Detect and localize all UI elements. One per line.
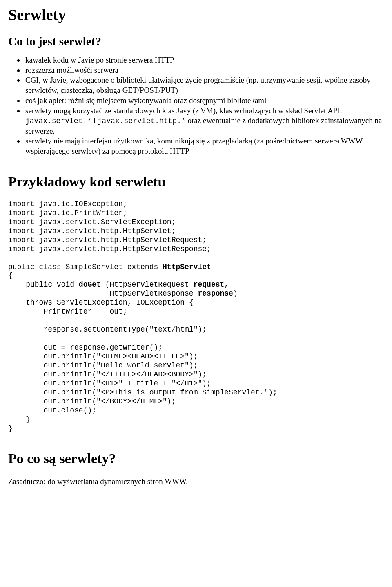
code-line: out.close(); <box>8 406 96 414</box>
code-fragment: , <box>224 280 229 289</box>
code-line: PrintWriter out; <box>8 307 127 316</box>
list-item: kawałek kodu w Javie po stronie serwera … <box>24 55 384 65</box>
code-line: import javax.servlet.http.HttpServlet; <box>8 227 176 235</box>
code-line: import javax.servlet.http.HttpServletRes… <box>8 245 211 253</box>
code-line: } <box>8 424 13 432</box>
bullet-list: kawałek kodu w Javie po stronie serwera … <box>13 55 384 157</box>
code-fragment-bold: HttpServlet <box>163 263 211 271</box>
paragraph: Zasadniczo: do wyświetlania dynamicznych… <box>8 477 384 487</box>
code-line: out.println("<HTML><HEAD><TITLE>"); <box>8 352 198 361</box>
code-fragment: public class SimpleServlet extends <box>8 263 163 271</box>
section-heading-example-code: Przykładowy kod serwletu <box>8 173 384 191</box>
list-item: rozszerza możliwośći serwera <box>24 65 384 76</box>
code-line: out = response.getWriter(); <box>8 343 163 352</box>
code-line: out.println("Hello world servlet"); <box>8 361 198 370</box>
code-line: public void doGet (HttpServletRequest re… <box>8 280 229 289</box>
code-line: import javax.servlet.http.HttpServletReq… <box>8 236 207 244</box>
code-line: out.println("<P>This is output from Simp… <box>8 388 277 397</box>
code-line: throws ServletException, IOException { <box>8 298 194 307</box>
code-line: out.println("</TITLE></HEAD><BODY>"); <box>8 370 207 379</box>
list-item: serwlety mogą korzystać ze standardowych… <box>24 106 384 137</box>
list-item: serwlety nie mają interfejsu użytkownika… <box>24 136 384 156</box>
list-item: CGI, w Javie, wzbogacone o biblioteki uł… <box>24 75 384 95</box>
code-fragment-bold: doGet <box>79 280 101 289</box>
code-line: HttpServletResponse response) <box>8 289 238 298</box>
code-fragment: public void <box>8 280 79 289</box>
code-fragment-bold: request <box>194 280 225 289</box>
text-fragment: serwlety mogą korzystać ze standardowych… <box>25 106 342 115</box>
code-fragment-bold: response <box>198 289 233 298</box>
code-inline: javax.servlet.* <box>25 117 91 125</box>
code-line: public class SimpleServlet extends HttpS… <box>8 263 211 271</box>
page-title: Serwlety <box>8 5 384 25</box>
section-heading-why-servlets: Po co są serwlety? <box>8 450 384 468</box>
code-block: import java.io.IOException; import java.… <box>8 200 384 433</box>
code-line: } <box>8 415 30 423</box>
code-inline: javax.servlet.http.* <box>98 117 186 125</box>
code-fragment: HttpServletResponse <box>8 289 198 298</box>
code-line: import java.io.PrintWriter; <box>8 209 127 217</box>
code-line: import java.io.IOException; <box>8 200 127 208</box>
list-item: coś jak aplet: różni się miejscem wykony… <box>24 96 384 106</box>
code-line: response.setContentType("text/html"); <box>8 325 207 334</box>
code-line: { <box>8 271 13 280</box>
code-fragment: (HttpServletRequest <box>101 280 194 289</box>
code-line: out.println("</BODY></HTML>"); <box>8 397 176 406</box>
text-fragment: i <box>91 116 98 125</box>
code-line: import javax.servlet.ServletException; <box>8 218 176 226</box>
section-heading-what-is-servlet: Co to jest serwlet? <box>8 34 384 49</box>
code-line: out.println("<H1>" + title + "</H1>"); <box>8 379 211 388</box>
code-fragment: ) <box>233 289 238 298</box>
